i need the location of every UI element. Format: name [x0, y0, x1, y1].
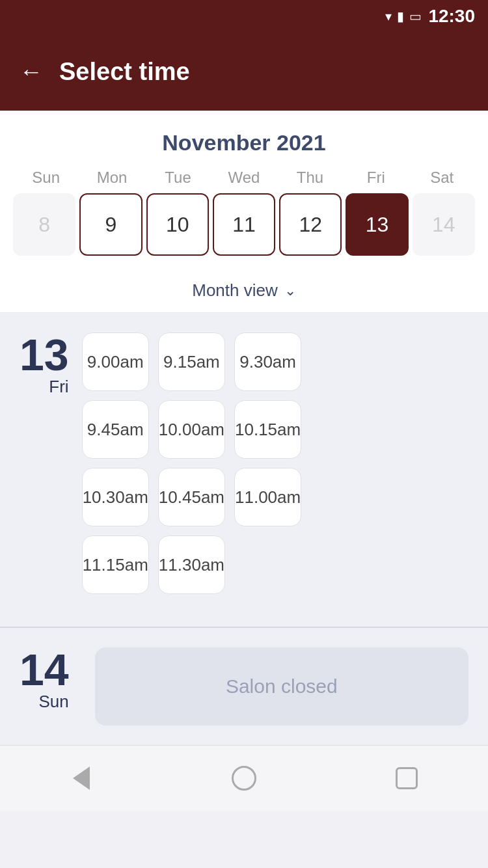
app-header: ← Select time — [0, 33, 488, 111]
month-view-label: Month view — [192, 280, 278, 301]
weekday-wed: Wed — [211, 169, 277, 187]
back-icon — [73, 766, 90, 790]
time-slot-1045am[interactable]: 10.45am — [158, 468, 225, 526]
weekday-thu: Thu — [277, 169, 343, 187]
day-13-number: 13 — [20, 332, 69, 377]
calendar-section: November 2021 Sun Mon Tue Wed Thu Fri Sa… — [0, 111, 488, 269]
time-slot-930am[interactable]: 9.30am — [234, 332, 301, 391]
weekday-sat: Sat — [409, 169, 475, 187]
day-14-section: 14 Sun Salon closed — [0, 628, 488, 745]
page-title: Select time — [59, 58, 190, 86]
time-slot-1115am[interactable]: 11.15am — [82, 536, 149, 594]
nav-back-button[interactable] — [62, 759, 101, 798]
nav-home-button[interactable] — [224, 759, 264, 798]
time-slot-1100am[interactable]: 11.00am — [234, 468, 301, 526]
day-13-label: 13 Fri — [20, 332, 69, 400]
day-14-label: 14 Sun — [20, 647, 69, 715]
status-bar: ▾ ▮ ▭ 12:30 — [0, 0, 488, 33]
time-slot-915am[interactable]: 9.15am — [158, 332, 225, 391]
salon-closed-label: Salon closed — [226, 675, 338, 698]
dates-row: 8 9 10 11 12 13 14 — [13, 193, 475, 269]
wifi-icon: ▾ — [385, 8, 392, 24]
date-13[interactable]: 13 — [346, 193, 408, 256]
salon-closed-card: Salon closed — [95, 647, 468, 726]
battery-icon: ▭ — [409, 8, 422, 24]
status-time: 12:30 — [428, 6, 475, 27]
day-14-number: 14 — [20, 647, 69, 692]
bottom-navigation — [0, 745, 488, 810]
recents-icon — [396, 767, 418, 789]
date-8[interactable]: 8 — [13, 193, 75, 256]
weekday-row: Sun Mon Tue Wed Thu Fri Sat — [13, 169, 475, 187]
chevron-down-icon: ⌄ — [284, 282, 296, 299]
weekday-sun: Sun — [13, 169, 79, 187]
time-slot-900am[interactable]: 9.00am — [82, 332, 149, 391]
weekday-fri: Fri — [343, 169, 409, 187]
time-slots-grid: 9.00am 9.15am 9.30am 9.45am 10.00am 10.1… — [82, 332, 302, 594]
back-button[interactable]: ← — [20, 60, 43, 83]
time-slot-945am[interactable]: 9.45am — [82, 400, 149, 459]
time-slot-1015am[interactable]: 10.15am — [234, 400, 301, 459]
weekday-mon: Mon — [79, 169, 144, 187]
day-13-name: Fri — [49, 377, 68, 397]
time-slot-1000am[interactable]: 10.00am — [158, 400, 225, 459]
signal-icon: ▮ — [397, 8, 404, 24]
day-13-header: 13 Fri 9.00am 9.15am 9.30am 9.45am 10.00… — [20, 332, 468, 594]
time-slot-1030am[interactable]: 10.30am — [82, 468, 149, 526]
date-14[interactable]: 14 — [413, 193, 475, 256]
day-14-name: Sun — [38, 692, 68, 712]
month-year-label: November 2021 — [13, 130, 475, 156]
day-13-section: 13 Fri 9.00am 9.15am 9.30am 9.45am 10.00… — [0, 313, 488, 627]
status-icons: ▾ ▮ ▭ — [385, 8, 422, 24]
date-9[interactable]: 9 — [79, 193, 142, 256]
nav-recents-button[interactable] — [387, 759, 426, 798]
date-12[interactable]: 12 — [279, 193, 342, 256]
date-10[interactable]: 10 — [146, 193, 209, 256]
date-11[interactable]: 11 — [213, 193, 275, 256]
month-view-toggle[interactable]: Month view ⌄ — [0, 269, 488, 313]
home-icon — [232, 766, 256, 791]
weekday-tue: Tue — [145, 169, 211, 187]
time-slot-1130am[interactable]: 11.30am — [158, 536, 225, 594]
